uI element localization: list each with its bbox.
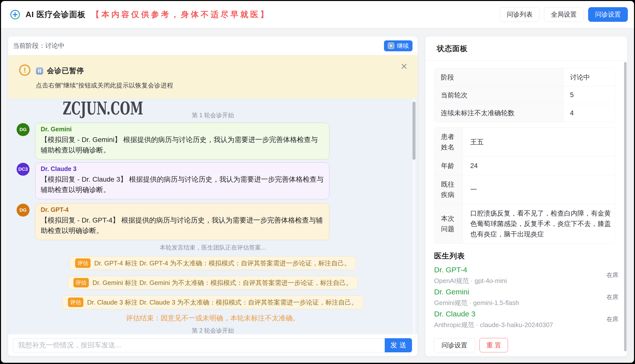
doctor-info: Dr. Gemini Gemini规范 · gemini-1.5-flash xyxy=(434,288,519,306)
patient-value: 王五 xyxy=(463,128,615,156)
plus-logo-icon xyxy=(10,10,20,20)
alert-description: 点击右侧"继续"按钮或关闭此提示以恢复会诊进程 xyxy=(36,81,173,90)
table-row: 年龄 24 xyxy=(434,156,615,175)
message-text: 【模拟回复 - Dr. Gemini】 根据提供的病历与讨论历史，我认为需要进一… xyxy=(41,134,324,155)
evaluation-item: 评估 Dr. GPT-4 标注 Dr. GPT-4 为不太准确：模拟模式：自评其… xyxy=(70,256,356,270)
status-label: 当前轮次 xyxy=(434,86,563,104)
paused-alert: ! 会诊已暂停 xyxy=(8,55,418,98)
patient-value: 一 xyxy=(463,175,615,204)
evaluation-badge: 评估 xyxy=(73,278,89,288)
table-row: 患者姓名 王五 xyxy=(434,128,615,156)
patient-label: 本次问题 xyxy=(434,204,463,243)
status-panel-title: 状态面板 xyxy=(437,44,616,54)
status-panel-body: 阶段 讨论中 当前轮次 5 连续未标注不太准确轮数 4 患者姓名 王五 xyxy=(425,61,627,356)
status-label: 连续未标注不太准确轮数 xyxy=(434,104,563,122)
consult-list-button[interactable]: 问诊列表 xyxy=(500,7,539,22)
message-bubble: Dr. GPT-4 【模拟回复 - Dr. GPT-4】 根据提供的病历与讨论历… xyxy=(35,203,330,240)
status-value: 4 xyxy=(563,104,615,122)
consult-settings-button[interactable]: 问诊设置 xyxy=(588,7,628,22)
table-row: 阶段 讨论中 xyxy=(434,68,615,86)
patient-label: 患者姓名 xyxy=(434,128,463,156)
message-bubble: Dr. Gemini 【模拟回复 - Dr. Gemini】 根据提供的病历与讨… xyxy=(35,123,330,160)
panel-actions: 问诊设置 重 置 xyxy=(434,338,508,352)
patient-label: 既往疾病 xyxy=(434,175,463,204)
phase-bar: 当前阶段：讨论中 继续 xyxy=(8,36,418,55)
message-author: Dr. GPT-4 xyxy=(41,206,324,213)
continue-label: 继续 xyxy=(397,42,409,50)
close-icon[interactable]: × xyxy=(400,62,409,70)
chat-scrollbar-thumb[interactable] xyxy=(413,102,416,160)
round-end-note: 本轮发言结束，医生团队正在评估答案... xyxy=(8,244,418,252)
doctor-status: 在席 xyxy=(606,271,618,279)
chat-scrollbar[interactable] xyxy=(413,98,416,334)
app-window: AI 医疗会诊面板 【本内容仅供参考，身体不适尽早就医】 问诊列表 全局设置 问… xyxy=(1,1,634,363)
message-row: DG Dr. Gemini 【模拟回复 - Dr. Gemini】 根据提供的病… xyxy=(17,123,418,160)
evaluation-badge: 评估 xyxy=(75,258,91,268)
header-actions: 问诊列表 全局设置 问诊设置 xyxy=(500,7,628,22)
table-row: 当前轮次 5 xyxy=(434,86,615,104)
status-panel: 状态面板 阶段 讨论中 当前轮次 5 连续未标注不太准确轮数 4 患 xyxy=(425,36,627,356)
message-input[interactable] xyxy=(13,338,385,352)
message-row: DC3 Dr. Claude 3 【模拟回复 - Dr. Claude 3】 根… xyxy=(17,162,418,199)
patient-value: 24 xyxy=(463,156,615,175)
table-row: 本次问题 口腔溃疡反复，看不见了，检查白内障，有金黄色葡萄球菌感染，反复手术，炎… xyxy=(434,204,615,243)
doctor-spec: Gemini规范 · gemini-1.5-flash xyxy=(434,299,519,306)
doctor-info: Dr. GPT-4 OpenAI规范 · gpt-4o-mini xyxy=(434,266,507,284)
warning-icon: ! xyxy=(19,64,31,76)
alert-title: 会诊已暂停 xyxy=(47,66,84,76)
message-row: DG Dr. GPT-4 【模拟回复 - Dr. GPT-4】 根据提供的病历与… xyxy=(17,203,418,240)
status-label: 阶段 xyxy=(434,68,563,86)
pause-icon xyxy=(36,67,43,75)
message-text: 【模拟回复 - Dr. GPT-4】 根据提供的病历与讨论历史，我认为需要进一步… xyxy=(41,215,324,236)
patient-table: 患者姓名 王五 年龄 24 既往疾病 一 本次问题 口腔溃疡反复，看不见了，检查… xyxy=(434,127,615,244)
doctor-row: Dr. Gemini Gemini规范 · gemini-1.5-flash 在… xyxy=(434,288,618,306)
message-author: Dr. Gemini xyxy=(41,126,324,133)
play-icon xyxy=(388,42,394,49)
avatar: DC3 xyxy=(17,163,30,176)
doctor-spec: Anthropic规范 · claude-3-haiku-20240307 xyxy=(434,321,553,328)
composer: 发送 xyxy=(8,334,418,356)
chat-area[interactable]: ZCJUN.COM 第 1 轮会诊开始 DG Dr. Gemini 【模拟回复 … xyxy=(8,98,418,334)
message-bubble: Dr. Claude 3 【模拟回复 - Dr. Claude 3】 根据提供的… xyxy=(35,162,330,199)
doctor-info: Dr. Claude 3 Anthropic规范 · claude-3-haik… xyxy=(434,310,553,328)
evaluation-item: 评估 Dr. Claude 3 标注 Dr. Claude 3 为不太准确：模拟… xyxy=(62,295,363,309)
patient-label: 年龄 xyxy=(434,156,463,175)
message-author: Dr. Claude 3 xyxy=(41,165,324,172)
panel-consult-settings-button[interactable]: 问诊设置 xyxy=(434,338,475,352)
doctor-name: Dr. GPT-4 xyxy=(434,266,507,274)
status-table: 阶段 讨论中 当前轮次 5 连续未标注不太准确轮数 4 xyxy=(434,68,615,122)
global-settings-button[interactable]: 全局设置 xyxy=(544,7,584,22)
panel-scrollbar[interactable] xyxy=(624,62,626,351)
doctor-spec: OpenAI规范 · gpt-4o-mini xyxy=(434,277,507,284)
message-text: 【模拟回复 - Dr. Claude 3】 根据提供的病历与讨论历史，我认为需要… xyxy=(41,174,324,195)
doctor-row: Dr. Claude 3 Anthropic规范 · claude-3-haik… xyxy=(434,310,618,328)
send-button[interactable]: 发送 xyxy=(385,338,412,352)
doctor-name: Dr. Claude 3 xyxy=(434,310,553,318)
phase-label: 当前阶段：讨论中 xyxy=(13,42,65,50)
reset-button[interactable]: 重 置 xyxy=(479,338,508,352)
header: AI 医疗会诊面板 【本内容仅供参考，身体不适尽早就医】 问诊列表 全局设置 问… xyxy=(1,1,634,28)
round-divider: 第 2 轮会诊开始 xyxy=(8,326,418,334)
avatar: DG xyxy=(17,204,30,216)
status-value: 讨论中 xyxy=(563,68,615,86)
evaluation-badge: 评估 xyxy=(68,298,83,307)
evaluation-conclusion: 评估结束：因意见不一或未明确，本轮未标注不太准确。 xyxy=(8,314,418,322)
brand: AI 医疗会诊面板 【本内容仅供参考，身体不适尽早就医】 xyxy=(10,9,270,20)
doctor-status: 在席 xyxy=(606,315,618,323)
status-value: 5 xyxy=(563,86,615,104)
composer-group: 发送 xyxy=(13,338,412,352)
watermark: ZCJUN.COM xyxy=(63,100,143,117)
doctor-status: 在席 xyxy=(606,293,618,301)
panel-scrollbar-thumb[interactable] xyxy=(624,62,626,351)
disclaimer-text: 【本内容仅供参考，身体不适尽早就医】 xyxy=(92,9,270,20)
consultation-card: 当前阶段：讨论中 继续 ! xyxy=(8,36,418,356)
evaluation-item: 评估 Dr. Gemini 标注 Dr. Gemini 为不太准确：模拟模式：自… xyxy=(68,276,358,290)
doctor-name: Dr. Gemini xyxy=(434,288,519,296)
page-title: AI 医疗会诊面板 xyxy=(26,9,86,20)
patient-value: 口腔溃疡反复，看不见了，检查白内障，有金黄色葡萄球菌感染，反复手术，炎症下不去，… xyxy=(463,204,615,243)
table-row: 既往疾病 一 xyxy=(434,175,615,204)
evaluation-text: Dr. Claude 3 标注 Dr. Claude 3 为不太准确：模拟模式：… xyxy=(87,298,358,307)
continue-button[interactable]: 继续 xyxy=(384,40,413,51)
evaluation-text: Dr. GPT-4 标注 Dr. GPT-4 为不太准确：模拟模式：自评其答案需… xyxy=(94,259,351,268)
doctors-list-title: 医生列表 xyxy=(434,251,618,261)
